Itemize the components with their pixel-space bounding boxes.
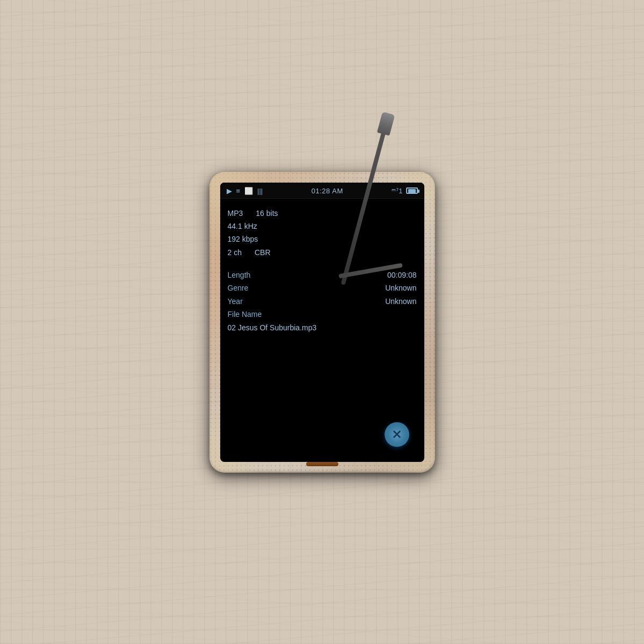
- close-button[interactable]: [385, 422, 409, 447]
- genre-value: Unknown: [385, 282, 416, 294]
- file-info-content: MP3 16 bits 44.1 kHz 192 kbps 2 ch CBR: [220, 199, 424, 344]
- status-bar: ▶ ≡ ⬜ ||| 01:28 AM ᵐ⁷1: [220, 183, 424, 199]
- genre-row: Genre Unknown: [228, 282, 417, 294]
- mp3-player-device: ▶ ≡ ⬜ ||| 01:28 AM ᵐ⁷1 MP3: [209, 172, 435, 473]
- status-time: 01:28 AM: [312, 187, 343, 195]
- bitrate-row: 192 kbps: [228, 233, 417, 245]
- device-screen[interactable]: ▶ ≡ ⬜ ||| 01:28 AM ᵐ⁷1 MP3: [220, 183, 424, 462]
- format-value: MP3: [228, 207, 243, 219]
- menu-icon: ≡: [236, 187, 241, 195]
- filename-label: File Name: [228, 308, 262, 320]
- sample-rate-value: 44.1 kHz: [228, 220, 257, 232]
- filename-label-row: File Name: [228, 308, 417, 320]
- device-wrapper: ▶ ≡ ⬜ ||| 01:28 AM ᵐ⁷1 MP3: [209, 172, 435, 473]
- status-left: ▶ ≡ ⬜ |||: [227, 187, 263, 195]
- folder-icon: ⬜: [244, 187, 253, 195]
- sample-rate-row: 44.1 kHz: [228, 220, 417, 232]
- format-row: MP3 16 bits: [228, 207, 417, 219]
- length-label: Length: [228, 269, 251, 281]
- battery-icon: [406, 187, 418, 194]
- bitrate-value: 192 kbps: [228, 233, 258, 245]
- year-row: Year Unknown: [228, 295, 417, 307]
- encoding-value: CBR: [255, 247, 271, 258]
- bits-value: 16 bits: [256, 207, 278, 219]
- year-value: Unknown: [385, 295, 416, 307]
- play-icon: ▶: [227, 187, 232, 195]
- channels-value: 2 ch: [228, 247, 242, 258]
- device-port: [306, 462, 338, 466]
- eq-icon: |||: [257, 187, 263, 195]
- length-value: 00:09:08: [387, 269, 417, 281]
- status-right: ᵐ⁷1: [392, 187, 417, 195]
- filename-value: 02 Jesus Of Suburbia.mp3: [228, 322, 317, 334]
- filename-value-row: 02 Jesus Of Suburbia.mp3: [228, 322, 417, 334]
- year-label: Year: [228, 295, 243, 307]
- channels-row: 2 ch CBR: [228, 247, 417, 258]
- genre-label: Genre: [228, 282, 249, 294]
- screen-container: ▶ ≡ ⬜ ||| 01:28 AM ᵐ⁷1 MP3: [220, 183, 424, 462]
- signal-icon: ᵐ⁷1: [392, 187, 402, 195]
- length-row: Length 00:09:08: [228, 269, 417, 281]
